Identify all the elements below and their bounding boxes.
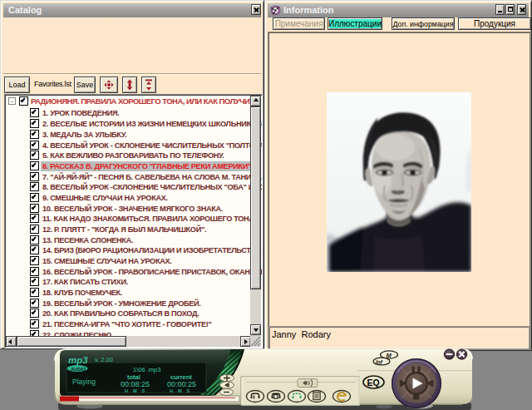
svg-text:00:00:25: 00:00:25: [167, 380, 196, 388]
svg-text:M: M: [387, 352, 392, 359]
svg-text:EQ: EQ: [367, 378, 380, 388]
svg-text:Playing: Playing: [72, 378, 96, 386]
svg-text:HMS: HMS: [170, 388, 195, 393]
svg-text:mp3: mp3: [68, 355, 88, 365]
svg-text:v. 2.00: v. 2.00: [95, 356, 113, 363]
svg-text:AUDIO: AUDIO: [70, 367, 86, 372]
svg-text:1\06 .mp3: 1\06 .mp3: [133, 366, 160, 373]
svg-text:Inf: Inf: [376, 359, 383, 365]
svg-text:HMS: HMS: [125, 388, 150, 393]
svg-text:00:08:25: 00:08:25: [121, 380, 150, 388]
